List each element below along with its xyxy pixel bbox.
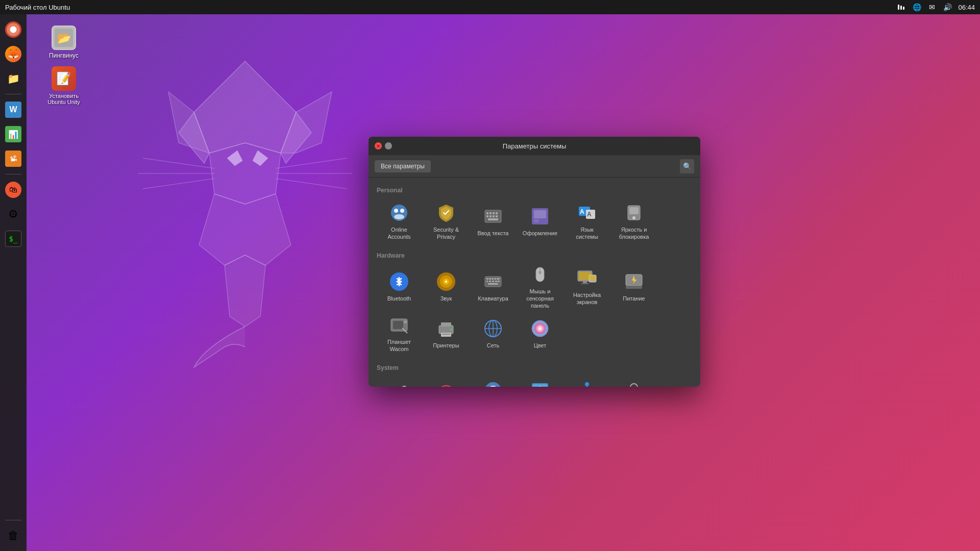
dock-separator-1 xyxy=(5,94,21,94)
svg-rect-64 xyxy=(488,283,498,285)
svg-rect-37 xyxy=(488,218,498,220)
settings-item-displays[interactable]: Настройкаэкранов xyxy=(565,264,609,309)
window-controls: ✕ xyxy=(375,142,392,149)
settings-item-network[interactable]: Сеть xyxy=(471,311,516,356)
dock-item-writer[interactable]: W xyxy=(2,98,24,121)
mouse-label: Мышь исенсорнаяпанель xyxy=(526,288,554,310)
settings-item-accounts[interactable]: Учётныезаписи xyxy=(611,377,656,387)
appearance-label: Оформление xyxy=(523,230,557,237)
settings-item-datetime[interactable]: Время и дата xyxy=(424,377,469,387)
desktop-icon-install-ubuntu[interactable]: 📝 УстановитьUbuntu Unity xyxy=(41,66,87,105)
volume-icon[interactable]: 🔊 xyxy=(943,3,952,12)
settings-item-text-input[interactable]: Ввод текста xyxy=(471,199,516,244)
accessibility-icon xyxy=(577,380,597,387)
window-title: Параметры системы xyxy=(503,142,567,150)
svg-text:A: A xyxy=(587,211,592,218)
section-hardware-label: Hardware xyxy=(377,252,692,259)
bluetooth-label: Bluetooth xyxy=(387,295,411,302)
online-accounts-label: OnlineAccounts xyxy=(387,226,410,241)
settings-item-sharing[interactable]: Sharing xyxy=(377,377,422,387)
settings-item-wacom[interactable]: ПланшетWacom xyxy=(377,311,422,356)
dock-item-files[interactable]: 📁 xyxy=(2,67,24,90)
dock-separator-2 xyxy=(5,174,21,174)
svg-point-114 xyxy=(630,384,638,387)
svg-marker-8 xyxy=(194,61,296,153)
settings-item-appearance[interactable]: Оформление xyxy=(518,199,562,244)
svg-rect-57 xyxy=(494,278,496,280)
appearance-icon xyxy=(530,206,550,227)
svg-point-84 xyxy=(450,329,452,331)
window-content[interactable]: Personal OnlineAccounts xyxy=(369,178,700,387)
svg-text:A: A xyxy=(580,208,584,215)
svg-rect-46 xyxy=(629,207,639,214)
power-icon xyxy=(624,271,644,292)
printers-icon xyxy=(436,318,456,339)
dock-item-calc[interactable]: 📊 xyxy=(2,123,24,145)
svg-rect-2 xyxy=(903,7,904,10)
svg-rect-58 xyxy=(497,278,500,280)
svg-point-25 xyxy=(394,209,398,213)
svg-rect-0 xyxy=(898,5,899,10)
svg-point-52 xyxy=(445,281,447,283)
svg-rect-35 xyxy=(493,215,495,217)
svg-rect-56 xyxy=(492,278,494,280)
settings-grid-personal: OnlineAccounts Security &Privacy xyxy=(377,199,692,244)
dock-item-settings[interactable]: ⚙ xyxy=(2,203,24,226)
back-button[interactable]: Все параметры xyxy=(375,160,431,172)
svg-rect-36 xyxy=(496,215,498,217)
settings-item-mouse[interactable]: Мышь исенсорнаяпанель xyxy=(518,264,562,309)
svg-rect-78 xyxy=(393,321,403,329)
settings-item-language[interactable]: A A Языксистемы xyxy=(565,199,609,244)
settings-item-keyboard[interactable]: Клавиатура xyxy=(471,264,516,309)
settings-item-printers[interactable]: Принтеры xyxy=(424,311,469,356)
settings-item-bluetooth[interactable]: Bluetooth xyxy=(377,264,422,309)
printers-label: Принтеры xyxy=(433,342,459,349)
minimize-button[interactable] xyxy=(385,142,392,149)
settings-grid-hardware: Bluetooth Звук xyxy=(377,264,692,356)
settings-item-online-accounts[interactable]: OnlineAccounts xyxy=(377,199,422,244)
language-icon: A A xyxy=(577,203,597,223)
svg-rect-71 xyxy=(581,283,589,284)
settings-item-security[interactable]: Security &Privacy xyxy=(424,199,469,244)
mail-icon[interactable]: ✉ xyxy=(927,3,937,12)
dock-item-ubuntu[interactable] xyxy=(2,18,24,41)
settings-item-color[interactable]: Цвет xyxy=(518,311,562,356)
settings-grid-system: Sharing Время и дата xyxy=(377,377,692,387)
dock-item-trash[interactable]: 🗑 xyxy=(2,524,24,547)
svg-rect-55 xyxy=(489,278,491,280)
svg-marker-12 xyxy=(199,194,291,265)
settings-window: ✕ Параметры системы Все параметры 🔍 Pers… xyxy=(369,137,700,387)
settings-item-sound[interactable]: Звук xyxy=(424,264,469,309)
dock-item-firefox[interactable]: 🦊 xyxy=(2,43,24,65)
close-button[interactable]: ✕ xyxy=(375,142,382,149)
topbar: Рабочий стол Ubuntu 🌐 ✉ 🔊 06:44 xyxy=(0,0,980,14)
sharing-icon xyxy=(389,384,409,387)
settings-item-accessibility[interactable]: Специальныевозможности xyxy=(565,377,609,387)
svg-rect-54 xyxy=(486,278,488,280)
svg-point-93 xyxy=(402,386,407,387)
sound-label: Звук xyxy=(440,295,452,302)
network-indicator-icon[interactable] xyxy=(897,3,906,12)
settings-item-power[interactable]: Питание xyxy=(611,264,656,309)
dock-item-impress[interactable]: 📽 xyxy=(2,147,24,170)
settings-item-brightness[interactable]: Яркость иблокировка xyxy=(611,199,656,244)
svg-point-47 xyxy=(632,216,635,219)
security-label: Security &Privacy xyxy=(433,226,459,241)
dock: 🦊 📁 W 📊 📽 🛍 ⚙ $_ 🗑 xyxy=(0,14,27,551)
text-input-label: Ввод текста xyxy=(478,230,509,237)
displays-icon xyxy=(577,268,597,288)
wacom-label: ПланшетWacom xyxy=(387,338,411,353)
svg-rect-29 xyxy=(486,212,488,214)
globe-icon[interactable]: 🌐 xyxy=(912,3,921,12)
desktop-icon-pengvinus[interactable]: 📂 Пингвинус xyxy=(43,26,84,59)
settings-item-software[interactable]: Программыи обновления xyxy=(471,377,516,387)
svg-rect-39 xyxy=(534,210,546,218)
dock-item-appstore[interactable]: 🛍 xyxy=(2,179,24,201)
settings-item-system-info[interactable]: i Сведения осистеме xyxy=(518,377,562,387)
dock-item-terminal[interactable]: $_ xyxy=(2,228,24,250)
window-titlebar: ✕ Параметры системы xyxy=(369,137,700,155)
svg-rect-61 xyxy=(492,281,494,282)
svg-text:i: i xyxy=(540,386,541,387)
search-icon[interactable]: 🔍 xyxy=(680,159,694,173)
svg-marker-21 xyxy=(225,255,265,327)
